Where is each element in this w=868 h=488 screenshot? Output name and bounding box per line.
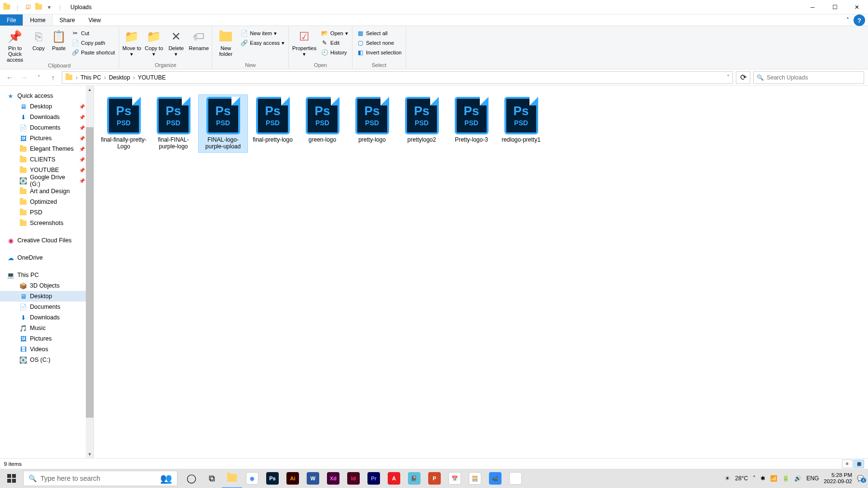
nav-item-downloads[interactable]: ⬇Downloads📌 <box>0 112 94 122</box>
nav-quick-access[interactable]: ★ Quick access <box>0 91 94 101</box>
nav-item-music[interactable]: 🎵Music <box>0 323 94 333</box>
edit-button[interactable]: ✎Edit <box>319 39 350 47</box>
nav-item-os-c-[interactable]: 💽OS (C:) <box>0 355 94 365</box>
qat-dropdown-icon[interactable]: ▾ <box>45 3 53 11</box>
nav-item-pictures[interactable]: 🖼Pictures📌 <box>0 133 94 144</box>
new-folder-button[interactable]: New folder <box>214 27 237 57</box>
nav-item-psd[interactable]: PSD <box>0 207 94 218</box>
weather-icon[interactable]: ☀ <box>725 475 730 482</box>
file-item[interactable]: PsPSDgreen-logo <box>298 94 347 153</box>
weather-temp[interactable]: 28°C <box>735 475 748 482</box>
delete-button[interactable]: ✕ Delete▾ <box>165 27 187 57</box>
notification-center-button[interactable]: 💬4 <box>857 475 864 482</box>
details-view-button[interactable]: ≡ <box>842 460 853 468</box>
calculator-taskbar[interactable]: 🧮 <box>465 469 485 488</box>
close-button[interactable]: ✕ <box>846 0 868 14</box>
nav-item-documents[interactable]: 📄Documents📌 <box>0 122 94 133</box>
tab-view[interactable]: View <box>81 14 108 26</box>
nav-item-3d-objects[interactable]: 📦3D Objects <box>0 280 94 291</box>
copy-button[interactable]: ⎘ Copy <box>29 27 48 51</box>
nav-onedrive[interactable]: ☁ OneDrive <box>0 252 94 263</box>
zoom-taskbar[interactable]: 📹 <box>485 469 505 488</box>
up-button[interactable]: ↑ <box>47 72 59 83</box>
tray-overflow-icon[interactable]: ˄ <box>753 475 756 482</box>
taskbar-clock[interactable]: 5:28 PM 2022-09-02 <box>824 472 852 484</box>
file-item[interactable]: PsPSDFINAL-logo-purple-upload <box>198 94 248 153</box>
wifi-icon[interactable]: 📶 <box>770 475 777 482</box>
nav-item-videos[interactable]: 🎞Videos <box>0 344 94 355</box>
notepad-taskbar[interactable]: 📓 <box>404 469 424 488</box>
indesign-taskbar[interactable]: Id <box>343 469 364 488</box>
move-to-button[interactable]: 📁 Move to ▾ <box>121 27 142 57</box>
battery-icon[interactable]: 🔋 <box>782 475 789 482</box>
illustrator-taskbar[interactable]: Ai <box>283 469 303 488</box>
nav-item-elegant-themes[interactable]: Elegant Themes📌 <box>0 144 94 154</box>
nav-creative-cloud[interactable]: ◉ Creative Cloud Files <box>0 235 94 246</box>
easy-access-button[interactable]: 🔗Easy access ▾ <box>238 39 286 47</box>
properties-icon[interactable]: ☑ <box>24 3 32 11</box>
file-item[interactable]: PsPSDfinal-finally-pretty-Logo <box>99 94 149 153</box>
file-item[interactable]: PsPSDpretty-logo <box>347 94 397 153</box>
rename-button[interactable]: 🏷 Rename <box>188 27 210 51</box>
file-view[interactable]: PsPSDfinal-finally-pretty-LogoPsPSDfinal… <box>94 86 868 458</box>
new-item-button[interactable]: 📄New item ▾ <box>238 29 286 38</box>
maximize-button[interactable]: ☐ <box>824 0 846 14</box>
slack-taskbar[interactable]: ✱ <box>505 469 526 488</box>
recent-dropdown[interactable]: ˅ <box>33 72 44 83</box>
tab-share[interactable]: Share <box>53 14 81 26</box>
task-view-button[interactable]: ⧉ <box>202 469 222 488</box>
cut-button[interactable]: ✂Cut <box>69 29 117 38</box>
nav-item-google-drive-g-[interactable]: 💽Google Drive (G:)📌 <box>0 175 94 186</box>
ribbon-collapse-icon[interactable]: ˄ <box>842 14 854 26</box>
acrobat-taskbar[interactable]: A <box>384 469 404 488</box>
open-button[interactable]: 📂Open ▾ <box>319 29 350 38</box>
forward-button[interactable]: → <box>18 72 30 83</box>
icons-view-button[interactable]: ▦ <box>854 460 864 468</box>
nav-item-optimized[interactable]: Optimized <box>0 197 94 207</box>
history-button[interactable]: 🕘History <box>319 48 350 57</box>
language-indicator[interactable]: ENG <box>806 475 819 482</box>
paste-shortcut-button[interactable]: 🔗Paste shortcut <box>69 48 117 57</box>
powerpoint-taskbar[interactable]: P <box>424 469 445 488</box>
pin-quick-access-button[interactable]: 📌 Pin to Quick access <box>2 27 28 63</box>
cortana-button[interactable]: ◯ <box>181 469 202 488</box>
refresh-button[interactable]: ⟳ <box>736 71 750 84</box>
calendar-taskbar[interactable]: 📅 <box>445 469 465 488</box>
taskbar-search[interactable]: 🔍 Type here to search 👥 <box>23 471 177 486</box>
nav-item-art-and-design[interactable]: Art and Design <box>0 186 94 197</box>
paste-button[interactable]: 📋 Paste <box>49 27 68 51</box>
start-button[interactable] <box>0 469 23 488</box>
minimize-button[interactable]: ─ <box>801 0 824 14</box>
help-button[interactable]: ? <box>854 14 865 26</box>
chrome-taskbar[interactable]: ◉ <box>242 469 262 488</box>
copy-to-button[interactable]: 📁 Copy to ▾ <box>143 27 164 57</box>
scroll-up-icon[interactable]: ▲ <box>86 86 94 93</box>
file-item[interactable]: PsPSDprettylogo2 <box>397 94 447 153</box>
properties-button[interactable]: ☑ Properties▾ <box>291 27 318 57</box>
nav-item-desktop[interactable]: 🖥Desktop <box>0 291 94 302</box>
invert-selection-button[interactable]: ◧Invert selection <box>354 48 404 57</box>
nav-this-pc[interactable]: 💻 This PC <box>0 270 94 280</box>
nav-item-documents[interactable]: 📄Documents <box>0 302 94 312</box>
select-none-button[interactable]: ▢Select none <box>354 39 404 47</box>
nav-scrollbar[interactable]: ▲ ▼ <box>86 86 94 458</box>
tray-app-icon[interactable]: ✱ <box>760 475 765 482</box>
search-input[interactable] <box>767 74 861 81</box>
breadcrumb-youtube[interactable]: YOUTUBE <box>138 74 166 81</box>
nav-item-downloads[interactable]: ⬇Downloads <box>0 312 94 323</box>
file-item[interactable]: PsPSDPretty-logo-3 <box>447 94 496 153</box>
xd-taskbar[interactable]: Xd <box>323 469 343 488</box>
breadcrumb-desktop[interactable]: Desktop <box>109 74 130 81</box>
premiere-taskbar[interactable]: Pr <box>364 469 384 488</box>
copy-path-button[interactable]: 📄Copy path <box>69 39 117 47</box>
file-item[interactable]: PsPSDfinal-FINAL-purple-logo <box>149 94 198 153</box>
file-item[interactable]: PsPSDfinal-pretty-logo <box>248 94 298 153</box>
file-explorer-taskbar[interactable] <box>222 469 242 488</box>
volume-icon[interactable]: 🔊 <box>794 475 801 482</box>
word-taskbar[interactable]: W <box>303 469 323 488</box>
select-all-button[interactable]: ▦Select all <box>354 29 404 38</box>
photoshop-taskbar[interactable]: Ps <box>262 469 283 488</box>
nav-item-screenshots[interactable]: Screenshots <box>0 218 94 228</box>
tab-home[interactable]: Home <box>23 14 53 26</box>
search-box[interactable]: 🔍 <box>753 71 864 84</box>
